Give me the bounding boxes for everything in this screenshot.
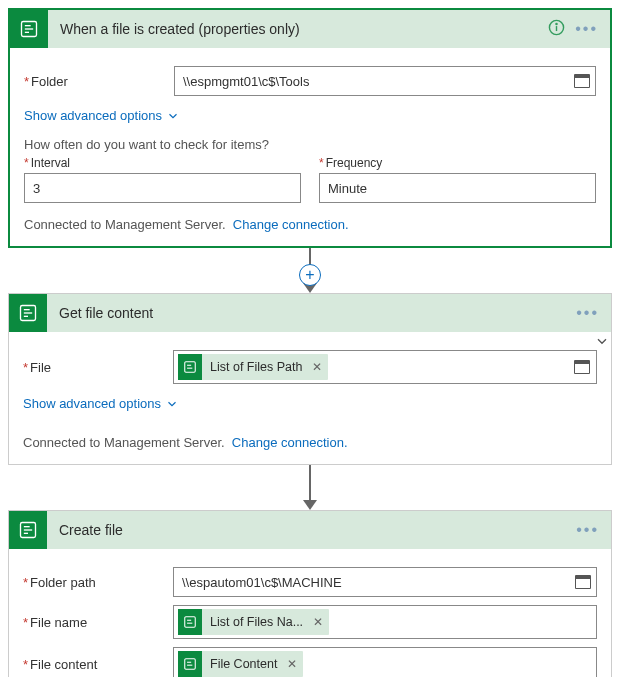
file-token[interactable]: List of Files Path ✕ [178,354,328,380]
more-icon[interactable]: ••• [576,521,599,539]
info-icon[interactable] [548,19,565,40]
show-advanced-link[interactable]: Show advanced options [23,396,179,411]
trigger-header[interactable]: When a file is created (properties only)… [10,10,610,48]
folder-input[interactable] [174,66,596,96]
token-label: File Content [210,657,277,671]
close-icon[interactable]: ✕ [287,657,297,671]
svg-rect-18 [185,617,196,628]
change-connection-link[interactable]: Change connection. [233,217,349,232]
folderpath-input[interactable] [173,567,597,597]
connector-1: + [8,248,612,293]
connection-status: Connected to Management Server. Change c… [24,217,596,232]
filesystem-icon [178,609,202,635]
getfile-header[interactable]: Get file content ••• [9,294,611,332]
filename-label: *File name [23,615,173,630]
svg-rect-21 [185,659,196,670]
getfile-card: Get file content ••• *File List of Files… [8,293,612,465]
filename-token[interactable]: List of Files Na... ✕ [178,609,329,635]
more-icon[interactable]: ••• [575,20,598,38]
folder-picker-icon[interactable] [574,360,590,374]
token-label: List of Files Na... [210,615,303,629]
more-icon[interactable]: ••• [576,304,599,322]
folderpath-label: *Folder path [23,575,173,590]
change-connection-link[interactable]: Change connection. [232,435,348,450]
createfile-header[interactable]: Create file ••• [9,511,611,549]
svg-point-6 [556,23,557,24]
createfile-title: Create file [47,522,576,538]
close-icon[interactable]: ✕ [313,615,323,629]
add-step-button[interactable]: + [299,264,321,286]
filesystem-icon [178,354,202,380]
folder-picker-icon[interactable] [575,575,591,589]
file-label: *File [23,360,173,375]
trigger-card: When a file is created (properties only)… [8,8,612,248]
interval-input[interactable] [24,173,301,203]
interval-label: *Interval [24,156,301,170]
close-icon[interactable]: ✕ [312,360,322,374]
createfile-card: Create file ••• *Folder path *File name … [8,510,612,677]
file-input[interactable]: List of Files Path ✕ [173,350,597,384]
filesystem-icon [178,651,202,677]
filesystem-icon [10,10,48,48]
filename-input[interactable]: List of Files Na... ✕ [173,605,597,639]
frequency-label: *Frequency [319,156,596,170]
connection-status: Connected to Management Server. Change c… [23,435,597,450]
connector-2 [8,465,612,510]
filecontent-input[interactable]: File Content ✕ [173,647,597,677]
folder-picker-icon[interactable] [574,74,590,88]
filecontent-label: *File content [23,657,173,672]
frequency-select[interactable]: Minute [319,173,596,203]
svg-rect-11 [185,362,196,373]
filesystem-icon [9,294,47,332]
recurrence-prompt: How often do you want to check for items… [24,137,596,152]
filesystem-icon [9,511,47,549]
show-advanced-link[interactable]: Show advanced options [24,108,180,123]
folder-label: *Folder [24,74,174,89]
getfile-title: Get file content [47,305,576,321]
filecontent-token[interactable]: File Content ✕ [178,651,303,677]
trigger-title: When a file is created (properties only) [48,21,548,37]
token-label: List of Files Path [210,360,302,374]
